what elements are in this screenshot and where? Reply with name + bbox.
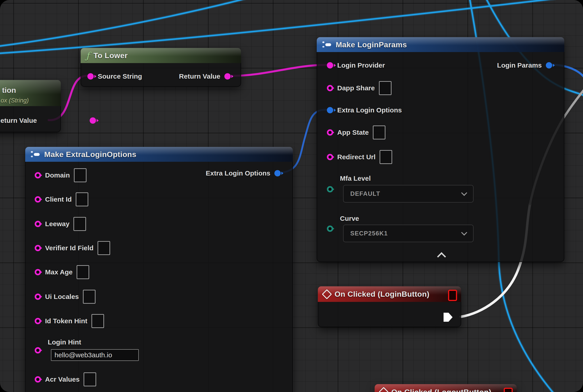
- id-token-hint-checkbox[interactable]: [92, 314, 104, 328]
- string-wire: [230, 65, 327, 76]
- return-value-pin[interactable]: [224, 73, 231, 80]
- id-token-hint-pin[interactable]: [35, 318, 41, 324]
- verifier-id-field-label: Verifier Id Field: [45, 244, 94, 252]
- node-header[interactable]: Make LoginParams: [317, 37, 564, 52]
- verifier-id-field-checkbox[interactable]: [98, 241, 110, 255]
- event-icon: [378, 387, 388, 392]
- leeway-checkbox[interactable]: [74, 217, 86, 231]
- extra-login-options-out-label: Extra Login Options: [206, 170, 270, 177]
- return-value-label: eturn Value: [0, 117, 37, 124]
- extra-login-options-out-pin[interactable]: [274, 170, 281, 176]
- blueprint-graph-canvas[interactable]: tion ox (String) eturn Value ƒ To Lower …: [0, 0, 583, 392]
- id-token-hint-label: Id Token Hint: [45, 317, 88, 325]
- max-age-pin[interactable]: [35, 269, 41, 275]
- node-title: Make ExtraLoginOptions: [44, 150, 136, 159]
- leeway-label: Leeway: [45, 220, 70, 228]
- return-value-pin[interactable]: [90, 117, 96, 124]
- client-id-label: Client Id: [45, 196, 72, 203]
- mfa-level-dropdown[interactable]: DEFAULT: [343, 185, 474, 202]
- curve-value: SECP256K1: [350, 230, 388, 237]
- curve-pin[interactable]: [327, 226, 333, 232]
- node-header[interactable]: On Clicked (LogoutButton): [374, 384, 517, 392]
- mfa-level-value: DEFAULT: [350, 190, 380, 197]
- node-title: On Clicked (LoginButton): [334, 290, 429, 298]
- login-provider-label: Login Provider: [337, 62, 385, 69]
- redirect-url-checkbox[interactable]: [380, 150, 392, 164]
- client-id-pin[interactable]: [35, 196, 41, 202]
- max-age-label: Max Age: [45, 268, 72, 276]
- node-header[interactable]: ƒ To Lower: [81, 48, 241, 63]
- verifier-id-field-pin[interactable]: [35, 245, 41, 251]
- node-on-clicked-login-button[interactable]: On Clicked (LoginButton): [318, 286, 461, 327]
- login-provider-pin[interactable]: [327, 62, 333, 68]
- domain-checkbox[interactable]: [74, 168, 86, 182]
- exec-out-pin[interactable]: [443, 312, 454, 322]
- source-string-label: Source String: [98, 72, 142, 80]
- event-binding-icon[interactable]: [448, 290, 457, 301]
- max-age-checkbox[interactable]: [76, 265, 89, 279]
- login-hint-input[interactable]: [51, 349, 139, 361]
- dapp-share-pin[interactable]: [327, 85, 333, 91]
- login-hint-label: Login Hint: [48, 338, 81, 346]
- curve-label: Curve: [340, 215, 359, 222]
- ui-locales-label: Ui Locales: [45, 293, 79, 300]
- chevron-down-icon: [461, 190, 467, 196]
- acr-values-pin[interactable]: [35, 376, 41, 382]
- event-icon: [322, 289, 332, 299]
- curve-dropdown[interactable]: SECP256K1: [343, 224, 474, 242]
- node-on-clicked-logout-button[interactable]: On Clicked (LogoutButton): [374, 384, 517, 392]
- node-header[interactable]: On Clicked (LoginButton): [318, 286, 461, 302]
- make-struct-icon: [31, 150, 40, 158]
- app-state-label: App State: [337, 129, 369, 136]
- mfa-level-pin[interactable]: [327, 186, 333, 192]
- app-state-pin[interactable]: [327, 129, 333, 136]
- domain-label: Domain: [45, 172, 70, 179]
- make-struct-icon: [322, 40, 332, 49]
- login-params-out-label: Login Params: [497, 62, 542, 69]
- function-icon: ƒ: [86, 50, 90, 61]
- node-title: On Clicked (LogoutButton): [391, 388, 491, 392]
- node-make-login-params[interactable]: Make LoginParams Login Params Login Prov…: [317, 37, 564, 262]
- ui-locales-pin[interactable]: [35, 294, 41, 300]
- node-title: Make LoginParams: [336, 40, 407, 49]
- node-to-lower[interactable]: ƒ To Lower Source String Return Value: [81, 48, 241, 87]
- mfa-level-label: Mfa Level: [340, 174, 371, 182]
- node-make-extra-login-options[interactable]: Make ExtraLoginOptions Extra Login Optio…: [25, 147, 293, 392]
- node-subtitle-fragment: ox (String): [1, 97, 29, 104]
- source-string-pin[interactable]: [88, 73, 94, 80]
- extra-login-options-in-label: Extra Login Options: [337, 106, 402, 114]
- dapp-share-checkbox[interactable]: [379, 81, 392, 95]
- ui-locales-checkbox[interactable]: [83, 290, 96, 304]
- chevron-down-icon: [461, 229, 467, 236]
- collapse-chevron-icon[interactable]: [437, 252, 446, 261]
- client-id-checkbox[interactable]: [76, 192, 88, 206]
- acr-values-label: Acr Values: [45, 376, 80, 383]
- app-state-checkbox[interactable]: [373, 126, 386, 140]
- redirect-url-label: Redirect Url: [337, 153, 376, 161]
- return-value-label: Return Value: [179, 72, 220, 80]
- extra-login-options-in-pin[interactable]: [327, 107, 333, 113]
- node-title: To Lower: [94, 51, 128, 60]
- node-text-function-partial[interactable]: tion ox (String) eturn Value: [0, 80, 61, 132]
- acr-values-checkbox[interactable]: [84, 372, 96, 386]
- redirect-url-pin[interactable]: [327, 154, 333, 160]
- login-params-out-pin[interactable]: [546, 62, 552, 68]
- node-title-fragment: tion: [2, 86, 16, 94]
- leeway-pin[interactable]: [35, 221, 41, 227]
- node-header[interactable]: Make ExtraLoginOptions: [25, 147, 293, 162]
- event-binding-icon[interactable]: [504, 388, 513, 392]
- domain-pin[interactable]: [35, 172, 41, 178]
- login-hint-pin[interactable]: [35, 347, 41, 354]
- dapp-share-label: Dapp Share: [337, 84, 375, 92]
